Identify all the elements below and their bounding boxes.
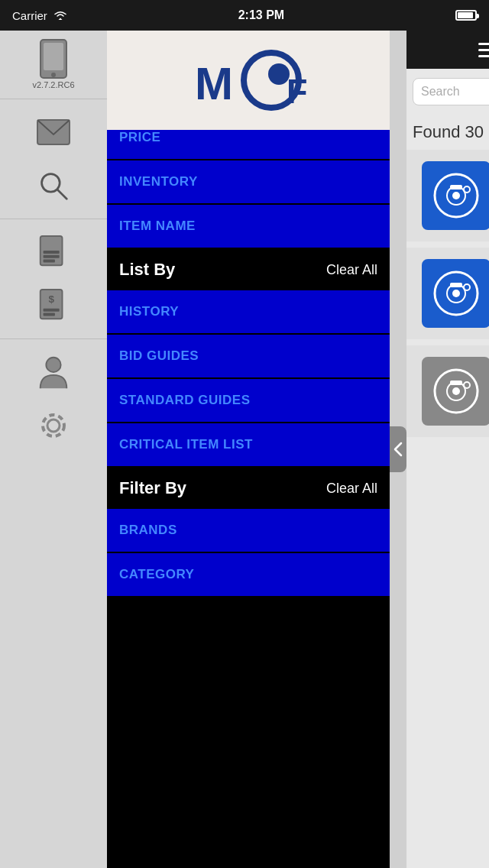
gear-icon [37, 409, 70, 442]
mail-icon [37, 119, 70, 145]
center-menu-panel: Sort By Clear All ITEM NUMBER PRICE INVE… [107, 31, 390, 868]
product-item-3[interactable] [406, 345, 489, 437]
sidebar-item-settings[interactable] [0, 399, 107, 452]
list-item-bid-guides[interactable]: BID GUIDES [107, 335, 390, 379]
svg-rect-8 [44, 260, 55, 263]
status-bar: Carrier 2:13 PM [0, 0, 489, 31]
svg-rect-9 [44, 251, 60, 254]
svg-point-26 [464, 284, 470, 290]
camera-icon-3 [433, 368, 479, 414]
sidebar-item-search[interactable] [0, 159, 107, 212]
logo-area: M F [107, 31, 390, 130]
camera-icon-1 [433, 173, 479, 219]
mrf-logo: M F [172, 42, 325, 118]
svg-rect-20 [450, 185, 462, 189]
search-icon [38, 170, 69, 201]
battery-icon [455, 10, 477, 21]
filter-item-brands[interactable]: BRANDS [107, 509, 390, 553]
svg-point-29 [452, 387, 460, 395]
main-layout: v2.7.2.RC6 [0, 31, 489, 868]
menu-pull-tab[interactable] [390, 426, 406, 472]
left-sidebar: v2.7.2.RC6 [0, 31, 107, 868]
svg-point-14 [46, 358, 60, 372]
found-count-label: Found 30 [406, 115, 489, 150]
filter-clear-all-button[interactable]: Clear All [326, 481, 377, 497]
svg-point-21 [464, 186, 470, 193]
list-item-critical[interactable]: CRITICAL ITEM LIST [107, 423, 390, 468]
list-item-history[interactable]: HISTORY [107, 290, 390, 335]
svg-point-15 [47, 419, 60, 432]
product-item-1[interactable] [406, 150, 489, 241]
filter-by-header: Filter By Clear All [107, 468, 390, 509]
svg-point-24 [452, 290, 460, 297]
sidebar-item-billing[interactable]: $ [0, 279, 107, 332]
search-container: Search [406, 69, 489, 115]
list-by-title: List By [119, 260, 175, 280]
list-item-standard-guides[interactable]: STANDARD GUIDES [107, 379, 390, 423]
sidebar-item-user[interactable] [0, 345, 107, 399]
wifi-icon [53, 10, 67, 21]
product-image-2 [422, 259, 489, 328]
divider-2 [0, 219, 107, 219]
right-panel-header [406, 31, 489, 69]
sort-item-name[interactable]: ITEM NAME [107, 205, 390, 249]
carrier-label: Carrier [12, 9, 47, 22]
svg-text:M: M [195, 58, 233, 109]
divider-1 [0, 99, 107, 99]
document-icon [38, 235, 69, 270]
search-input[interactable]: Search [413, 78, 489, 105]
sidebar-item-document[interactable] [0, 225, 107, 279]
list-clear-all-button[interactable]: Clear All [326, 262, 377, 278]
tablet-icon [38, 38, 69, 80]
product-image-1 [422, 161, 489, 230]
svg-rect-30 [450, 381, 462, 385]
camera-icon-2 [433, 270, 479, 316]
svg-text:$: $ [48, 293, 54, 305]
search-placeholder: Search [421, 85, 460, 99]
svg-rect-25 [450, 283, 462, 287]
product-item-2[interactable] [406, 248, 489, 339]
version-label: v2.7.2.RC6 [32, 80, 74, 89]
sort-item-inventory[interactable]: INVENTORY [107, 160, 390, 205]
right-content-panel: Search Found 30 [406, 31, 489, 868]
product-image-3 [422, 357, 489, 426]
svg-rect-12 [44, 313, 55, 316]
svg-point-16 [43, 415, 64, 436]
status-right [455, 10, 477, 21]
sidebar-device-section: v2.7.2.RC6 [32, 38, 74, 89]
svg-rect-11 [44, 309, 60, 312]
svg-text:F: F [287, 72, 308, 111]
billing-icon: $ [38, 288, 69, 323]
svg-point-31 [464, 382, 470, 388]
filter-by-title: Filter By [119, 478, 186, 498]
list-by-header: List By Clear All [107, 249, 390, 290]
user-icon [37, 353, 70, 391]
svg-line-5 [57, 189, 66, 199]
svg-point-19 [452, 192, 460, 199]
time-display: 2:13 PM [238, 8, 284, 22]
status-left: Carrier [12, 9, 67, 22]
svg-point-2 [51, 73, 56, 77]
sidebar-item-mail[interactable] [0, 105, 107, 159]
filter-item-category[interactable]: CATEGORY [107, 553, 390, 598]
divider-3 [0, 338, 107, 339]
svg-rect-7 [44, 255, 60, 258]
svg-rect-1 [44, 43, 63, 70]
chevron-left-icon [393, 442, 403, 457]
hamburger-menu-icon[interactable] [478, 43, 489, 57]
